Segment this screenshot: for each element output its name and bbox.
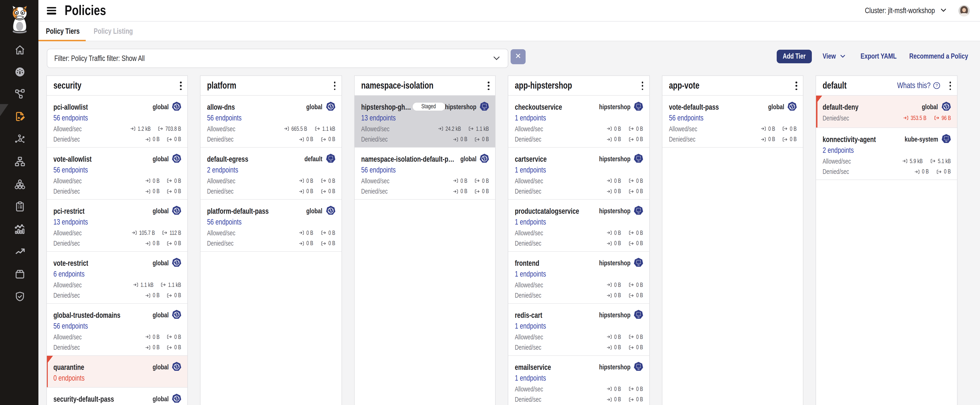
svg-text:ns: ns bbox=[637, 368, 639, 370]
svg-text:ns: ns bbox=[637, 264, 639, 266]
svg-text:ns: ns bbox=[329, 160, 331, 162]
svg-text:ns: ns bbox=[945, 140, 947, 142]
svg-text:ns: ns bbox=[637, 212, 639, 214]
svg-text:ns: ns bbox=[637, 160, 639, 162]
svg-text:?: ? bbox=[935, 83, 938, 88]
svg-text:ns: ns bbox=[484, 108, 485, 110]
svg-text:ns: ns bbox=[637, 108, 639, 110]
svg-text:ns: ns bbox=[637, 316, 639, 318]
